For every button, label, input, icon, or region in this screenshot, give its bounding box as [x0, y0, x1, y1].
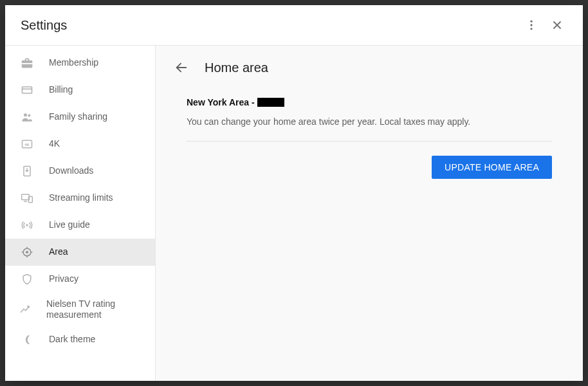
svg-point-2 [530, 28, 532, 30]
sidebar-item-streaming-limits[interactable]: Streaming limits [5, 185, 155, 212]
sidebar-item-label: Live guide [49, 219, 90, 231]
settings-sidebar: Membership Billing Family sharing [5, 45, 156, 381]
divider [187, 141, 552, 142]
svg-rect-10 [22, 194, 30, 199]
sidebar-item-live-guide[interactable]: Live guide [5, 212, 155, 239]
sidebar-item-dark-theme[interactable]: Dark theme [5, 326, 155, 353]
content-titlebar: Home area [156, 46, 583, 89]
sidebar-item-privacy[interactable]: Privacy [5, 266, 155, 293]
close-icon [551, 19, 564, 32]
dialog-titlebar: Settings [5, 5, 583, 45]
download-icon [19, 163, 35, 179]
update-home-area-button[interactable]: Update Home Area [432, 156, 552, 179]
card-icon [19, 82, 35, 98]
redacted-zip [257, 98, 284, 107]
svg-rect-3 [23, 87, 32, 93]
sidebar-item-4k[interactable]: 4K 4K [5, 131, 155, 158]
svg-point-5 [24, 113, 27, 116]
moon-icon [19, 332, 35, 347]
sidebar-item-membership[interactable]: Membership [5, 50, 155, 77]
svg-point-15 [26, 251, 28, 253]
more-options-button[interactable] [519, 12, 544, 38]
sidebar-item-area[interactable]: Area [5, 239, 155, 266]
arrow-left-icon [174, 60, 188, 75]
sidebar-item-label: Downloads [49, 165, 93, 177]
current-area-separator: - [252, 97, 255, 107]
close-button[interactable] [544, 12, 570, 38]
back-button[interactable] [174, 60, 189, 75]
home-area-help-text: You can change your home area twice per … [187, 116, 552, 127]
shield-icon [19, 271, 35, 287]
content-heading: Home area [205, 60, 268, 75]
target-icon [19, 244, 35, 260]
svg-point-0 [530, 21, 532, 23]
settings-dialog: Settings Membership [5, 5, 583, 381]
sidebar-item-family-sharing[interactable]: Family sharing [5, 104, 155, 131]
sidebar-item-label: 4K [49, 138, 60, 150]
sidebar-item-label: Family sharing [49, 111, 107, 123]
devices-icon [19, 190, 35, 206]
settings-content: Home area New York Area - You can change… [156, 45, 583, 381]
action-row: Update Home Area [187, 156, 552, 179]
sidebar-item-label: Privacy [49, 273, 78, 285]
sidebar-item-billing[interactable]: Billing [5, 77, 155, 104]
sidebar-item-label: Nielsen TV rating measurement [46, 299, 147, 321]
sidebar-item-downloads[interactable]: Downloads [5, 158, 155, 185]
trend-icon [19, 302, 32, 317]
svg-point-6 [28, 115, 30, 117]
broadcast-icon [19, 217, 35, 233]
backdrop: Settings Membership [0, 0, 588, 386]
sidebar-item-label: Billing [49, 84, 73, 96]
briefcase-icon [19, 55, 35, 71]
kebab-icon [525, 19, 538, 32]
sidebar-item-label: Streaming limits [49, 192, 113, 204]
svg-point-1 [530, 24, 532, 26]
fourk-icon: 4K [19, 136, 35, 152]
svg-text:4K: 4K [24, 143, 30, 147]
sidebar-item-nielsen[interactable]: Nielsen TV rating measurement [5, 293, 155, 326]
sidebar-item-label: Dark theme [49, 334, 95, 345]
sidebar-item-label: Membership [49, 57, 98, 69]
people-icon [19, 109, 35, 125]
current-area-value: New York Area - [187, 97, 552, 107]
svg-point-13 [26, 224, 28, 226]
sidebar-item-label: Area [49, 246, 68, 258]
home-area-section: New York Area - You can change your home… [187, 97, 552, 179]
current-area-prefix: New York Area [187, 97, 249, 107]
dialog-title: Settings [21, 18, 519, 33]
dialog-body: Membership Billing Family sharing [5, 45, 583, 381]
